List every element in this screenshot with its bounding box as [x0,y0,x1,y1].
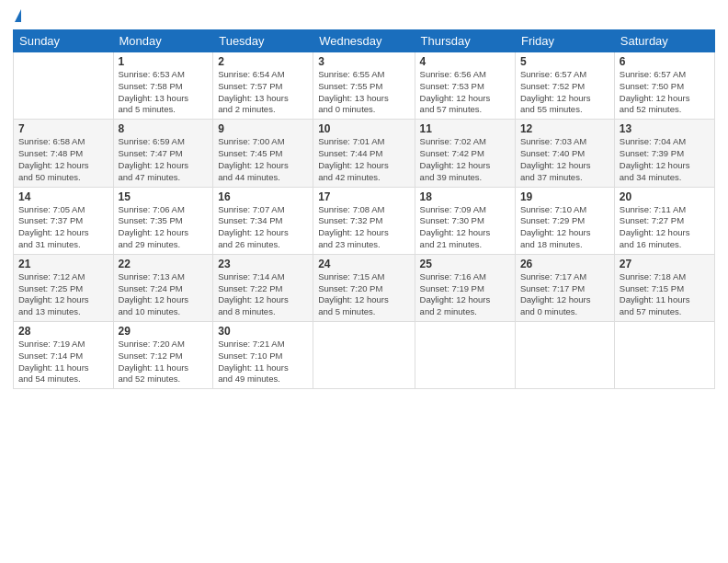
calendar-cell: 10Sunrise: 7:01 AM Sunset: 7:44 PM Dayli… [313,120,415,187]
day-info: Sunrise: 7:00 AM Sunset: 7:45 PM Dayligh… [218,136,308,183]
day-info: Sunrise: 6:58 AM Sunset: 7:48 PM Dayligh… [18,136,108,183]
calendar-cell: 15Sunrise: 7:06 AM Sunset: 7:35 PM Dayli… [113,187,213,254]
day-info: Sunrise: 7:21 AM Sunset: 7:10 PM Dayligh… [218,339,308,385]
logo [13,9,21,22]
calendar-cell: 29Sunrise: 7:20 AM Sunset: 7:12 PM Dayli… [113,322,213,389]
header [13,9,715,22]
day-number: 7 [18,122,108,135]
day-info: Sunrise: 7:11 AM Sunset: 7:27 PM Dayligh… [620,204,710,251]
day-info: Sunrise: 7:04 AM Sunset: 7:39 PM Dayligh… [620,136,710,183]
day-number: 24 [318,258,409,270]
calendar-cell: 26Sunrise: 7:17 AM Sunset: 7:17 PM Dayli… [515,254,614,321]
day-number: 16 [218,190,308,203]
day-number: 19 [520,190,609,203]
day-info: Sunrise: 7:18 AM Sunset: 7:15 PM Dayligh… [620,271,710,318]
day-number: 28 [18,325,108,338]
day-info: Sunrise: 6:57 AM Sunset: 7:52 PM Dayligh… [520,69,609,116]
day-info: Sunrise: 6:53 AM Sunset: 7:58 PM Dayligh… [119,69,209,116]
calendar-cell: 13Sunrise: 7:04 AM Sunset: 7:39 PM Dayli… [614,120,714,187]
calendar-cell: 11Sunrise: 7:02 AM Sunset: 7:42 PM Dayli… [415,120,515,187]
day-number: 3 [318,55,409,68]
day-info: Sunrise: 7:16 AM Sunset: 7:19 PM Dayligh… [420,271,510,318]
calendar-cell: 27Sunrise: 7:18 AM Sunset: 7:15 PM Dayli… [614,254,714,321]
calendar-cell [14,52,114,120]
day-number: 27 [620,258,710,270]
day-number: 13 [620,122,710,135]
header-friday: Friday [515,30,614,52]
header-thursday: Thursday [415,30,515,52]
calendar-cell: 25Sunrise: 7:16 AM Sunset: 7:19 PM Dayli… [415,254,515,321]
day-info: Sunrise: 7:06 AM Sunset: 7:35 PM Dayligh… [119,204,209,251]
day-number: 10 [318,122,409,135]
calendar-cell: 9Sunrise: 7:00 AM Sunset: 7:45 PM Daylig… [213,120,313,187]
week-row-3: 21Sunrise: 7:12 AM Sunset: 7:25 PM Dayli… [14,254,715,321]
header-tuesday: Tuesday [213,30,313,52]
day-number: 29 [119,325,209,338]
day-number: 18 [420,190,510,203]
day-number: 30 [218,325,308,338]
calendar-cell: 30Sunrise: 7:21 AM Sunset: 7:10 PM Dayli… [213,322,313,389]
day-info: Sunrise: 7:01 AM Sunset: 7:44 PM Dayligh… [318,136,409,183]
calendar-cell: 24Sunrise: 7:15 AM Sunset: 7:20 PM Dayli… [313,254,415,321]
day-info: Sunrise: 7:03 AM Sunset: 7:40 PM Dayligh… [520,136,609,183]
day-info: Sunrise: 6:54 AM Sunset: 7:57 PM Dayligh… [218,69,308,116]
calendar-cell: 14Sunrise: 7:05 AM Sunset: 7:37 PM Dayli… [14,187,114,254]
calendar-cell [614,322,714,389]
day-number: 14 [18,190,108,203]
day-info: Sunrise: 7:13 AM Sunset: 7:24 PM Dayligh… [119,271,209,318]
day-info: Sunrise: 7:20 AM Sunset: 7:12 PM Dayligh… [119,339,209,385]
calendar-cell [313,322,415,389]
calendar-cell: 3Sunrise: 6:55 AM Sunset: 7:55 PM Daylig… [313,52,415,120]
day-number: 12 [520,122,609,135]
week-row-4: 28Sunrise: 7:19 AM Sunset: 7:14 PM Dayli… [14,322,715,389]
day-number: 22 [119,258,209,270]
header-row: SundayMondayTuesdayWednesdayThursdayFrid… [14,30,715,52]
day-number: 26 [520,258,609,270]
week-row-2: 14Sunrise: 7:05 AM Sunset: 7:37 PM Dayli… [14,187,715,254]
day-info: Sunrise: 7:07 AM Sunset: 7:34 PM Dayligh… [218,204,308,251]
header-saturday: Saturday [614,30,714,52]
day-number: 5 [520,55,609,68]
day-number: 21 [18,258,108,270]
day-info: Sunrise: 7:09 AM Sunset: 7:30 PM Dayligh… [420,204,510,251]
calendar-cell: 18Sunrise: 7:09 AM Sunset: 7:30 PM Dayli… [415,187,515,254]
day-info: Sunrise: 7:05 AM Sunset: 7:37 PM Dayligh… [18,204,108,251]
calendar-cell: 12Sunrise: 7:03 AM Sunset: 7:40 PM Dayli… [515,120,614,187]
calendar-cell: 19Sunrise: 7:10 AM Sunset: 7:29 PM Dayli… [515,187,614,254]
header-sunday: Sunday [14,30,114,52]
calendar-cell: 6Sunrise: 6:57 AM Sunset: 7:50 PM Daylig… [614,52,714,120]
day-info: Sunrise: 6:59 AM Sunset: 7:47 PM Dayligh… [119,136,209,183]
day-number: 17 [318,190,409,203]
calendar-cell: 22Sunrise: 7:13 AM Sunset: 7:24 PM Dayli… [113,254,213,321]
week-row-1: 7Sunrise: 6:58 AM Sunset: 7:48 PM Daylig… [14,120,715,187]
calendar-table: SundayMondayTuesdayWednesdayThursdayFrid… [13,29,715,389]
day-info: Sunrise: 6:56 AM Sunset: 7:53 PM Dayligh… [420,69,510,116]
day-info: Sunrise: 7:15 AM Sunset: 7:20 PM Dayligh… [318,271,409,318]
day-info: Sunrise: 7:14 AM Sunset: 7:22 PM Dayligh… [218,271,308,318]
day-number: 2 [218,55,308,68]
day-info: Sunrise: 7:10 AM Sunset: 7:29 PM Dayligh… [520,204,609,251]
header-monday: Monday [113,30,213,52]
day-info: Sunrise: 7:17 AM Sunset: 7:17 PM Dayligh… [520,271,609,318]
calendar-cell: 1Sunrise: 6:53 AM Sunset: 7:58 PM Daylig… [113,52,213,120]
calendar-cell [515,322,614,389]
day-number: 6 [620,55,710,68]
calendar-cell: 21Sunrise: 7:12 AM Sunset: 7:25 PM Dayli… [14,254,114,321]
day-info: Sunrise: 7:02 AM Sunset: 7:42 PM Dayligh… [420,136,510,183]
calendar-cell: 16Sunrise: 7:07 AM Sunset: 7:34 PM Dayli… [213,187,313,254]
logo-icon [15,9,21,22]
calendar-cell: 4Sunrise: 6:56 AM Sunset: 7:53 PM Daylig… [415,52,515,120]
day-info: Sunrise: 7:12 AM Sunset: 7:25 PM Dayligh… [18,271,108,318]
day-number: 1 [119,55,209,68]
day-info: Sunrise: 6:55 AM Sunset: 7:55 PM Dayligh… [318,69,409,116]
day-number: 20 [620,190,710,203]
day-number: 8 [119,122,209,135]
day-number: 9 [218,122,308,135]
week-row-0: 1Sunrise: 6:53 AM Sunset: 7:58 PM Daylig… [14,52,715,120]
calendar-cell: 23Sunrise: 7:14 AM Sunset: 7:22 PM Dayli… [213,254,313,321]
calendar-cell: 28Sunrise: 7:19 AM Sunset: 7:14 PM Dayli… [14,322,114,389]
day-info: Sunrise: 7:19 AM Sunset: 7:14 PM Dayligh… [18,339,108,385]
page: SundayMondayTuesdayWednesdayThursdayFrid… [0,0,728,563]
calendar-cell: 7Sunrise: 6:58 AM Sunset: 7:48 PM Daylig… [14,120,114,187]
day-number: 23 [218,258,308,270]
